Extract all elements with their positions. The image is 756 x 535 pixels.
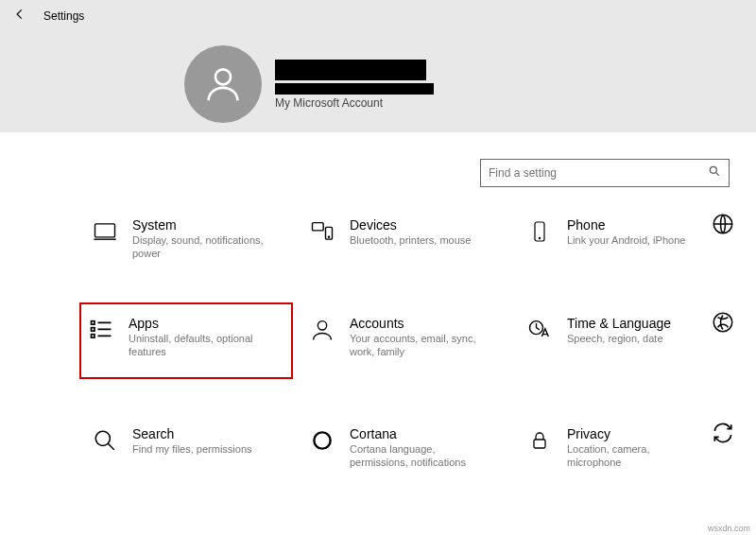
- svg-point-12: [318, 320, 326, 329]
- tile-title: Devices: [350, 217, 471, 233]
- svg-rect-9: [92, 320, 95, 324]
- tile-desc: Your accounts, email, sync, work, family: [350, 332, 491, 359]
- system-icon: [91, 217, 119, 246]
- settings-tiles: System Display, sound, notifications, po…: [0, 187, 756, 477]
- tile-cortana[interactable]: Cortana Cortana language, permissions, n…: [302, 419, 520, 477]
- page-title: Settings: [43, 9, 84, 23]
- tile-title: Privacy: [567, 426, 703, 441]
- tile-desc: Link your Android, iPhone: [567, 233, 685, 247]
- xbox-icon[interactable]: [709, 308, 737, 337]
- tile-title: Cortana: [350, 426, 491, 441]
- tile-system[interactable]: System Display, sound, notifications, po…: [85, 210, 302, 268]
- cortana-icon: [308, 426, 336, 455]
- search-input[interactable]: [489, 166, 708, 180]
- apps-icon: [87, 316, 115, 344]
- devices-icon: [308, 217, 336, 246]
- tile-accounts[interactable]: Accounts Your accounts, email, sync, wor…: [302, 308, 520, 380]
- microsoft-account-link[interactable]: My Microsoft Account: [275, 96, 434, 110]
- svg-rect-11: [92, 334, 95, 337]
- svg-point-15: [95, 431, 110, 445]
- tile-desc: Display, sound, notifications, power: [132, 233, 274, 261]
- tile-title: Accounts: [350, 316, 491, 331]
- back-button[interactable]: [13, 8, 26, 24]
- svg-point-7: [539, 237, 540, 238]
- phone-icon: [525, 217, 554, 246]
- svg-rect-10: [92, 327, 95, 331]
- tile-title: Phone: [567, 217, 685, 233]
- tile-desc: Location, camera, microphone: [567, 442, 703, 470]
- tile-apps[interactable]: Apps Uninstall, defaults, optional featu…: [79, 302, 293, 380]
- svg-point-1: [710, 166, 716, 173]
- avatar[interactable]: [184, 45, 262, 123]
- profile-block: My Microsoft Account: [184, 45, 434, 123]
- svg-rect-17: [534, 440, 545, 448]
- svg-rect-2: [95, 224, 115, 237]
- tile-desc: Cortana language, permissions, notificat…: [350, 442, 491, 470]
- privacy-icon: [525, 426, 554, 455]
- profile-email-redacted: [275, 83, 434, 95]
- search-box[interactable]: [480, 159, 730, 187]
- tile-desc: Find my files, permissions: [132, 442, 252, 456]
- sync-icon[interactable]: [709, 419, 737, 447]
- tile-desc: Bluetooth, printers, mouse: [350, 233, 471, 247]
- tile-title: System: [132, 217, 274, 233]
- svg-point-5: [328, 236, 329, 237]
- globe-icon[interactable]: [709, 210, 737, 238]
- watermark: wsxdn.com: [708, 524, 750, 533]
- tile-title: Search: [132, 426, 252, 441]
- tile-desc: Uninstall, defaults, optional features: [129, 332, 270, 359]
- header: Settings My Microsoft Account: [0, 0, 756, 132]
- profile-name-redacted: [275, 60, 426, 80]
- svg-point-16: [314, 433, 330, 449]
- tile-title: Time & Language: [567, 316, 671, 331]
- tile-search[interactable]: Search Find my files, permissions: [85, 419, 302, 477]
- search-cat-icon: [91, 426, 119, 455]
- search-icon: [708, 164, 721, 181]
- tile-phone[interactable]: Phone Link your Android, iPhone: [520, 210, 709, 268]
- time-language-icon: [525, 316, 554, 344]
- svg-point-0: [215, 69, 231, 84]
- tile-privacy[interactable]: Privacy Location, camera, microphone: [520, 419, 709, 477]
- svg-rect-3: [313, 223, 324, 231]
- tile-title: Apps: [129, 316, 270, 331]
- tile-devices[interactable]: Devices Bluetooth, printers, mouse: [302, 210, 520, 268]
- accounts-icon: [308, 316, 336, 344]
- tile-desc: Speech, region, date: [567, 332, 671, 345]
- tile-time-language[interactable]: Time & Language Speech, region, date: [520, 308, 709, 380]
